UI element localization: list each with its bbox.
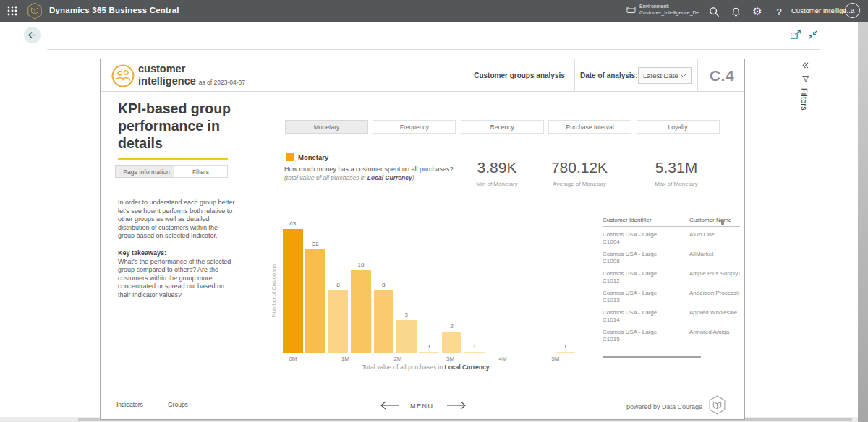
kpi-max-of-monetary: 5.31MMax of Monetary bbox=[626, 159, 727, 187]
environment-switcher[interactable]: Environment: Customer_Intelligence_De... bbox=[626, 3, 703, 16]
customers-table: Customer Identifier Customer Name Cosmos… bbox=[603, 217, 740, 361]
kpi-average-of-monetary: 780.12KAverage of Monetary bbox=[529, 159, 630, 187]
search-icon[interactable] bbox=[707, 5, 720, 18]
bar-bin-3[interactable] bbox=[351, 270, 371, 353]
report-footer: Indicators Groups MENU powered by Data C… bbox=[101, 389, 744, 420]
page-information-button[interactable]: Page information bbox=[115, 165, 178, 178]
as-of-date: as of 2023-04-07 bbox=[199, 79, 245, 86]
bar-value-label: 1 bbox=[558, 343, 573, 350]
x-tick-0M: 0M bbox=[281, 356, 305, 362]
right-scroll-area[interactable] bbox=[858, 22, 868, 422]
bar-bin-0[interactable] bbox=[283, 229, 303, 353]
footer-divider bbox=[153, 394, 153, 415]
indicator-tabs: MonetaryFrequencyRecencyPurchase Interva… bbox=[285, 120, 720, 134]
bar-bin-2[interactable] bbox=[328, 290, 349, 353]
cell-customer-identifier: Cosmos USA - LargeC1008 bbox=[603, 251, 689, 266]
bar-bin-4[interactable] bbox=[374, 290, 394, 353]
histogram-chart: 6332816831211 bbox=[283, 229, 579, 353]
report-header: customer intelligenceas of 2023-04-07 Cu… bbox=[101, 59, 744, 92]
brand-cube-logo-icon bbox=[26, 2, 43, 20]
gear-icon[interactable]: ⚙ bbox=[751, 5, 764, 18]
cell-customer-name: AllMarket bbox=[689, 251, 740, 266]
monetary-legend-swatch bbox=[286, 153, 294, 161]
page-description: In order to understand each group better… bbox=[118, 199, 235, 300]
table-horizontal-scrollbar[interactable] bbox=[603, 356, 701, 358]
bar-value-label: 63 bbox=[286, 220, 300, 227]
bar-bin-12[interactable] bbox=[556, 352, 576, 353]
tab-monetary[interactable]: Monetary bbox=[285, 120, 368, 134]
kpi-value: 780.12K bbox=[529, 159, 630, 176]
cell-customer-name: Armored Amiga bbox=[689, 329, 740, 344]
bar-value-label: 8 bbox=[376, 282, 391, 288]
table-row[interactable]: Cosmos USA - LargeC1013Anderson Processi… bbox=[603, 285, 740, 305]
table-row[interactable]: Cosmos USA - LargeC1012Ample Plus Supply… bbox=[603, 266, 740, 285]
report-logo-text: customer intelligenceas of 2023-04-07 bbox=[138, 64, 245, 87]
cell-customer-identifier: Cosmos USA - LargeC1013 bbox=[603, 290, 689, 305]
x-tick-1M: 1M bbox=[333, 356, 357, 362]
table-row[interactable]: Cosmos USA - LargeC1015Armored Amiga bbox=[603, 324, 740, 344]
page-title: KPI-based group performance in details bbox=[118, 100, 239, 152]
table-row[interactable]: Cosmos USA - LargeC1008AllMarket bbox=[603, 246, 740, 266]
bar-value-label: 1 bbox=[467, 343, 482, 350]
x-tick-4M: 4M bbox=[491, 356, 514, 362]
bar-value-label: 3 bbox=[399, 311, 414, 318]
collapse-icon[interactable] bbox=[808, 30, 817, 40]
waffle-icon[interactable] bbox=[7, 6, 17, 16]
cell-customer-name: All in One bbox=[689, 231, 740, 246]
bar-value-label: 1 bbox=[422, 343, 436, 350]
back-button[interactable] bbox=[24, 27, 41, 43]
y-axis-title: Number of Customers bbox=[271, 229, 278, 352]
tab-purchase-interval[interactable]: Purchase Interval bbox=[548, 120, 631, 134]
kpi-value: 5.31M bbox=[626, 159, 727, 176]
next-page-arrow-icon[interactable] bbox=[446, 401, 467, 410]
popout-icon[interactable] bbox=[791, 30, 801, 40]
bar-bin-8[interactable] bbox=[464, 352, 485, 353]
x-tick-2M: 2M bbox=[386, 356, 409, 362]
filters-pane-label[interactable]: Filters bbox=[800, 88, 809, 111]
help-icon[interactable]: ? bbox=[773, 5, 786, 18]
report-section-title: Customer groups analysis bbox=[465, 59, 574, 92]
environment-name: Customer_Intelligence_De... bbox=[639, 10, 703, 15]
bar-bin-6[interactable] bbox=[419, 352, 439, 353]
bar-bin-1[interactable] bbox=[305, 249, 326, 353]
top-navbar: Dynamics 365 Business Central Environmen… bbox=[0, 0, 868, 22]
customer-intelligence-logo-icon bbox=[111, 64, 135, 88]
bar-bin-7[interactable] bbox=[442, 332, 462, 353]
app-name[interactable]: Customer Intellige... bbox=[791, 7, 852, 14]
panel-divider bbox=[247, 92, 247, 389]
x-axis-ticks: 0M1M2M3M4M5M bbox=[283, 356, 587, 363]
kpi-label: Average of Monetary bbox=[529, 181, 630, 187]
table-vertical-scrollbar[interactable] bbox=[721, 220, 724, 225]
cell-customer-identifier: Cosmos USA - LargeC1004 bbox=[603, 231, 689, 246]
date-of-analysis-label: Date of analysis: bbox=[580, 72, 637, 79]
chevron-down-icon bbox=[680, 74, 686, 78]
column-customer-identifier[interactable]: Customer Identifier bbox=[603, 217, 689, 223]
x-tick-5M: 5M bbox=[544, 356, 567, 362]
intro-paragraph: In order to understand each group better… bbox=[118, 199, 235, 241]
tab-loyalty[interactable]: Loyalty bbox=[637, 120, 720, 134]
table-row[interactable]: Cosmos USA - LargeC1014Applied Wholesale bbox=[603, 305, 740, 324]
filter-funnel-icon[interactable] bbox=[802, 76, 809, 82]
avatar[interactable]: a bbox=[845, 3, 860, 18]
nav-indicators[interactable]: Indicators bbox=[116, 401, 143, 408]
cell-customer-identifier: Cosmos USA - LargeC1014 bbox=[603, 309, 689, 324]
bar-value-label: 8 bbox=[331, 282, 346, 288]
product-title: Dynamics 365 Business Central bbox=[49, 6, 179, 14]
bar-bin-5[interactable] bbox=[396, 320, 417, 353]
header-divider bbox=[574, 59, 575, 91]
nav-groups[interactable]: Groups bbox=[168, 401, 188, 408]
expand-filters-chevron-icon[interactable] bbox=[802, 62, 809, 69]
column-customer-name[interactable]: Customer Name bbox=[689, 217, 740, 223]
previous-page-arrow-icon[interactable] bbox=[380, 401, 400, 410]
menu-button[interactable]: MENU bbox=[410, 402, 434, 410]
bell-icon[interactable] bbox=[729, 5, 742, 18]
environment-icon bbox=[626, 5, 636, 14]
tab-frequency[interactable]: Frequency bbox=[373, 120, 456, 134]
tab-recency[interactable]: Recency bbox=[461, 120, 544, 134]
date-of-analysis-dropdown[interactable]: Latest Date bbox=[638, 67, 692, 84]
table-row[interactable]: Cosmos USA - LargeC1004All in One bbox=[603, 227, 740, 246]
indicator-question: How much money has a customer spent on a… bbox=[284, 165, 454, 173]
cell-customer-identifier: Cosmos USA - LargeC1012 bbox=[603, 270, 689, 285]
x-axis-title: Total value of all purchases in Local Cu… bbox=[283, 363, 569, 371]
filters-button[interactable]: Filters bbox=[174, 165, 228, 178]
